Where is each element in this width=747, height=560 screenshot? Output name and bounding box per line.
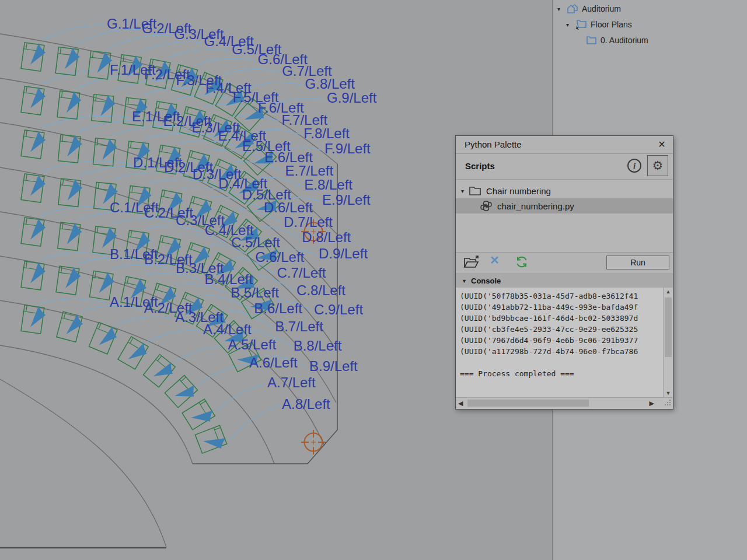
chair[interactable] (165, 374, 200, 410)
folder-icon (469, 186, 481, 196)
chair-label[interactable]: C.8/Left (296, 282, 345, 298)
console-line (460, 357, 662, 368)
chair[interactable] (21, 129, 47, 159)
horizontal-scroll-thumb[interactable] (467, 400, 589, 407)
chair-outline (21, 86, 44, 115)
tree-item-label: Floor Plans (591, 20, 632, 29)
chair-label[interactable]: B.5/Left (231, 285, 279, 300)
chair-label[interactable]: A.4/Left (203, 321, 252, 337)
chair-outline (58, 135, 80, 163)
vertical-scroll-thumb[interactable] (665, 298, 672, 357)
scripts-section: Scripts i ⚙ (456, 153, 673, 179)
scroll-up-icon[interactable]: ▲ (664, 289, 673, 295)
gear-icon[interactable]: ⚙ (647, 155, 668, 176)
chair-label[interactable]: A.5/Left (228, 337, 276, 352)
chevron-down-icon[interactable]: ▾ (461, 188, 464, 194)
chair[interactable] (182, 398, 217, 432)
open-script-icon[interactable] (463, 254, 479, 270)
chair-label[interactable]: A.6/Left (249, 355, 298, 370)
reload-icon[interactable] (514, 254, 530, 270)
info-icon[interactable]: i (627, 159, 641, 173)
chair[interactable] (21, 173, 47, 203)
console-vertical-scrollbar[interactable]: ▲ ▼ (663, 288, 673, 397)
chair-outline (21, 218, 44, 246)
chair-label[interactable]: D.9/Left (319, 246, 368, 261)
chair-label[interactable]: A.7/Left (267, 374, 316, 390)
console-horizontal-scrollbar[interactable]: ◀ ▶ (456, 397, 673, 409)
chevron-down-icon[interactable]: ▾ (566, 22, 572, 28)
chair-label[interactable]: B.6/Left (254, 300, 302, 316)
console-line: (UUID('50f78b35-031a-45d7-adb8-e3612f41 (460, 290, 662, 302)
chair-label[interactable]: A.8/Left (282, 396, 330, 412)
palette-title-bar[interactable]: Python Palette ✕ (456, 136, 673, 154)
chair[interactable] (21, 41, 47, 72)
script-file-row[interactable]: chair_numbering.py (456, 198, 673, 214)
resize-grip[interactable] (664, 399, 672, 407)
chair[interactable] (57, 90, 82, 120)
chair-label[interactable]: D.6/Left (264, 200, 313, 215)
tree-item-label: Auditorium (582, 4, 621, 13)
chair-label[interactable]: D.7/Left (284, 214, 333, 230)
chair[interactable] (21, 85, 47, 116)
chair-label[interactable]: F.8/Left (303, 125, 350, 141)
chair-label[interactable]: E.9/Left (322, 192, 371, 208)
chair-outline (21, 174, 44, 202)
chair-outline (88, 51, 111, 79)
placement-target-marker[interactable] (301, 430, 326, 454)
chair-label[interactable]: B.8/Left (294, 338, 342, 354)
palette-title: Python Palette (465, 139, 522, 149)
scroll-down-icon[interactable]: ▼ (664, 390, 673, 396)
tree-item-project[interactable]: ▾ Auditorium (557, 3, 621, 15)
project-icon (566, 4, 579, 15)
script-file-label: chair_numbering.py (497, 201, 574, 211)
chair[interactable] (55, 46, 81, 76)
folder-story-icon (575, 19, 588, 30)
chair-label[interactable]: C.9/Left (314, 302, 363, 317)
remove-script-icon[interactable]: ✕ (490, 253, 506, 268)
chair[interactable] (21, 216, 47, 247)
story-icon (585, 35, 598, 46)
chair[interactable] (58, 177, 83, 207)
chair[interactable] (144, 354, 178, 388)
chevron-down-icon[interactable]: ▾ (557, 6, 563, 12)
palette-toolbar: ✕ Run (456, 251, 673, 274)
chair-label[interactable]: F.9/Left (324, 141, 371, 156)
collapse-triangle-icon[interactable]: ▼ (462, 278, 467, 284)
scroll-right-icon[interactable]: ▶ (650, 400, 654, 407)
close-icon[interactable]: ✕ (655, 138, 668, 151)
python-palette-dialog: Python Palette ✕ Scripts i ⚙ ▾ Chair num… (455, 135, 673, 410)
chair-label[interactable]: G.8/Left (305, 76, 355, 92)
tree-item-story[interactable]: 0. Auditorium (585, 34, 648, 46)
run-button[interactable]: Run (606, 256, 669, 270)
python-icon (480, 200, 493, 212)
chair-label[interactable]: C.6/Left (255, 249, 304, 265)
chair-label[interactable]: C.7/Left (277, 265, 326, 281)
chair[interactable] (57, 310, 85, 342)
label-leader-line (222, 69, 280, 75)
console-line: (UUID('a117298b-727d-4b74-96e0-f7bca786 (460, 346, 662, 357)
chair[interactable] (195, 425, 228, 456)
console-header[interactable]: ▼ Console (456, 274, 673, 289)
label-leader-line (42, 253, 107, 259)
console-line: (UUID('491abb72-11ba-449c-993e-bafda49f (460, 302, 662, 313)
chair-label[interactable]: G.9/Left (327, 90, 377, 106)
chair[interactable] (118, 335, 151, 370)
console-output[interactable]: (UUID('50f78b35-031a-45d7-adb8-e3612f41(… (456, 288, 673, 397)
chair-label[interactable]: E.7/Left (285, 163, 333, 178)
chair-label[interactable]: C.5/Left (231, 235, 280, 250)
chair-label[interactable]: D.8/Left (302, 229, 351, 245)
chair-label[interactable]: E.8/Left (304, 177, 352, 192)
script-folder-row[interactable]: ▾ Chair numbering (456, 183, 673, 198)
console-header-label: Console (471, 276, 501, 285)
label-leader-line (116, 317, 173, 324)
tree-item-label: 0. Auditorium (601, 36, 648, 45)
chair-label[interactable]: B.9/Left (309, 358, 358, 374)
leader-arrowhead-icon (203, 433, 229, 454)
chair[interactable] (89, 321, 120, 355)
scroll-left-icon[interactable]: ◀ (458, 400, 463, 407)
front-platform-arc (0, 379, 166, 547)
tree-item-floor-plans[interactable]: ▾ Floor Plans (566, 19, 632, 30)
chair[interactable] (21, 260, 47, 290)
chair-outline (58, 222, 81, 251)
chair-label[interactable]: B.7/Left (275, 318, 323, 334)
